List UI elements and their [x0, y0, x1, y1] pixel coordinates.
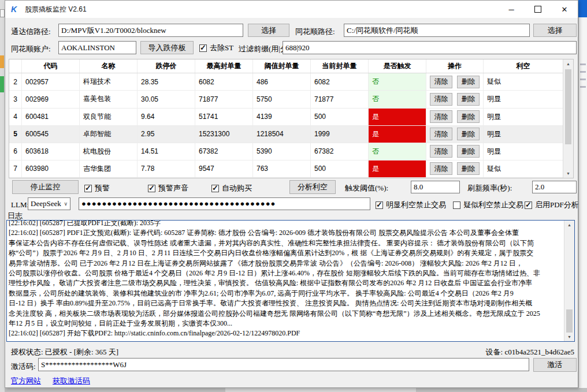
llm-label: LLM: [11, 200, 29, 210]
cell-triggered: 否 [369, 73, 426, 90]
llm-model-select[interactable]: DeepSeek ∨ [28, 197, 70, 210]
delete-button[interactable]: 删除 [457, 93, 480, 106]
header-name[interactable]: 名称 [80, 59, 138, 73]
cell-threshold-volume: 486 [253, 73, 311, 90]
ths-choose-button[interactable]: 选择 [533, 24, 577, 37]
get-code-link[interactable]: 获取激活码 [53, 376, 90, 386]
cell-limit-price: 28.35 [138, 73, 195, 90]
activation-code-input[interactable]: S******************W6J [38, 358, 529, 371]
refresh-rate-input[interactable]: 2.0 [532, 181, 577, 193]
activation-code-label: 激活码: [11, 361, 36, 372]
table-row[interactable]: 4 600481 双良节能 9.64 51741 4139 500 是 清除 删… [9, 109, 563, 126]
chevron-down-icon[interactable]: ▼ [564, 333, 574, 341]
maximize-button[interactable] [525, 1, 551, 18]
log-line: 事保证本公告内容不存在任何虚假记载、误导性陈述 或者重大遗漏，并对其内容的真实性… [7, 238, 564, 248]
account-input[interactable]: AOKALINSTON [58, 41, 136, 54]
remove-st-checkbox[interactable]: 去除ST [199, 43, 233, 53]
chevron-up-icon[interactable]: ▲ [564, 221, 574, 229]
close-icon: ✕ [562, 5, 568, 14]
delete-button[interactable]: 删除 [457, 162, 480, 175]
official-site-link[interactable]: 官方网站 [11, 376, 41, 386]
delete-button[interactable]: 删除 [457, 76, 480, 88]
cell-actions: 清除 删除 [426, 91, 484, 107]
delete-button[interactable]: 删除 [457, 110, 480, 123]
table-row[interactable]: 2 002957 科瑞技术 28.35 6082 486 6082 否 清除 删… [9, 73, 563, 91]
license-status: 授权状态: 已授权 - [剩余: 365 天] [11, 347, 118, 357]
scrollbar-thumb[interactable] [566, 309, 573, 333]
activate-button[interactable]: 激活 [533, 358, 577, 372]
alert-sound-checkbox[interactable]: 预警声音 [148, 183, 188, 193]
analyze-risk-button[interactable]: 分析利空 [289, 180, 336, 194]
minimize-button[interactable]: ─ [498, 1, 525, 18]
auto-buy-checkbox[interactable]: 自动购买 [211, 183, 252, 193]
cell-max-volume: 6082 [195, 73, 253, 90]
cell-actions: 清除 删除 [426, 126, 484, 143]
table-row[interactable]: 7 603980 吉华集团 7.78 9547 763 500 是 清除 删除 … [9, 160, 563, 178]
cell-max-volume: 51741 [195, 109, 253, 125]
header-code[interactable]: 代码 [22, 59, 80, 73]
chevron-up-icon[interactable]: ▲ [563, 59, 573, 68]
background-fragment-text [0, 9, 5, 17]
auto-buy-label: 自动购买 [222, 183, 252, 193]
cell-current-volume: 1999 [311, 126, 369, 143]
clear-button[interactable]: 清除 [430, 76, 452, 88]
alert-label: 预警 [95, 183, 110, 193]
clear-button[interactable]: 清除 [430, 145, 452, 158]
cell-triggered: 是 [369, 160, 426, 177]
window-title: 股票撬板监控 V2.61 [25, 5, 87, 14]
cell-threshold-volume: 5390 [253, 143, 311, 160]
tdx-choose-button[interactable]: 选择 [248, 24, 289, 37]
log-line: [22:16:02] [605287] PDF1正文预览(截断): 证券代码: … [7, 228, 564, 238]
cell-actions: 清除 删除 [426, 160, 484, 177]
header-triggered[interactable]: 是否触发 [369, 59, 426, 73]
trigger-threshold-input[interactable]: 8.0 [411, 181, 460, 193]
cell-risk: 明显 [484, 143, 563, 160]
alert-checkbox[interactable]: 预警 [84, 183, 110, 193]
close-button[interactable]: ✕ [551, 1, 578, 18]
checkbox-checked-icon [525, 201, 532, 209]
header-current-volume[interactable]: 当前封单量 [311, 59, 369, 73]
clear-button[interactable]: 清除 [430, 128, 452, 140]
enable-pdf-checkbox[interactable]: 启用PDF分析 [525, 200, 579, 210]
header-actions[interactable]: 操作 [426, 59, 484, 73]
table-scrollbar[interactable]: ▲ ▼ [563, 59, 573, 178]
minimize-icon: ─ [508, 5, 514, 14]
header-max-volume[interactable]: 最高封单量 [195, 59, 253, 73]
header-risk[interactable]: 利空 [484, 59, 563, 73]
cell-actions: 清除 删除 [426, 143, 484, 160]
table-row[interactable]: 6 603618 杭电股份 14.51 67382 5390 67382 否 清… [9, 143, 563, 160]
row-index: 5 [9, 126, 22, 143]
trigger-threshold-label: 触发阈值(%): [345, 183, 388, 193]
scrollbar-thumb[interactable] [565, 69, 571, 144]
header-limit-price[interactable]: 跌停价 [138, 59, 195, 73]
alert-sound-label: 预警声音 [158, 183, 188, 193]
table-row-selected[interactable]: 5 600545 卓郎智能 2.95 15231300 1218504 1999… [9, 126, 563, 143]
api-key-input[interactable]: ●●●●●●●●●●●●●●●●●●●●●●●●●●●●●●●●●●●●●● [79, 197, 370, 210]
tdx-path-input[interactable]: D:/MPV版V1.20/T0002/blocknew [58, 24, 243, 37]
log-line: [22:16:02] [605287] 开始下载PDF2: http://sta… [7, 328, 564, 338]
header-threshold-volume[interactable]: 阈值封单量 [253, 59, 311, 73]
row-index: 2 [9, 73, 22, 90]
clear-button[interactable]: 清除 [430, 162, 452, 175]
ban-suspect-risk-checkbox[interactable]: 疑似利空禁止交易 [453, 200, 523, 210]
log-textarea[interactable]: [22:16:02] [605287] 已提取PDF1正文(截断): 2035字… [6, 220, 575, 342]
cell-current-volume: 500 [311, 160, 369, 177]
cell-max-volume: 15231300 [195, 126, 253, 143]
filter-prefix-input[interactable]: 688|920 [283, 41, 577, 54]
clear-button[interactable]: 清除 [430, 110, 452, 123]
delete-button[interactable]: 删除 [457, 145, 480, 158]
ths-path-input[interactable]: C:/同花顺软件/同花顺 [344, 24, 530, 37]
chevron-down-icon[interactable]: ▼ [563, 169, 573, 178]
table-row[interactable]: 3 002969 嘉美包装 30.05 71877 5750 71877 否 清… [9, 91, 563, 108]
ths-path-label: 同花顺路径: [295, 27, 335, 37]
clear-button[interactable]: 清除 [430, 93, 452, 106]
delete-button[interactable]: 删除 [457, 128, 480, 140]
cell-actions: 清除 删除 [426, 73, 484, 90]
log-line: 称“公司”）股票于2026 年2 月9 日、2 月10 日、2 月11 日连续三… [7, 248, 564, 258]
log-scrollbar[interactable]: ▲ ▼ [564, 221, 574, 341]
cell-risk: 明显 [484, 91, 563, 107]
import-limit-down-button[interactable]: 导入跌停板 [140, 41, 194, 54]
stop-monitor-button[interactable]: 停止监控 [12, 180, 79, 194]
cell-threshold-volume: 4139 [253, 109, 311, 125]
ban-obvious-risk-checkbox[interactable]: 明显利空禁止交易 [376, 200, 446, 210]
